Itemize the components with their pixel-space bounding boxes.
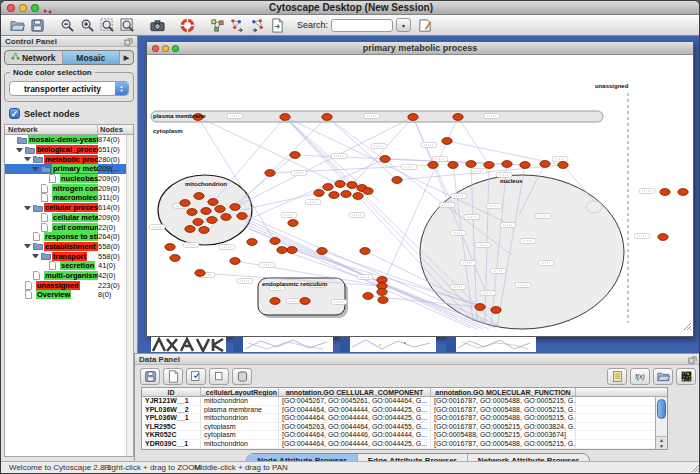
apply-vizmap-button[interactable]	[247, 16, 267, 34]
tree-row-overview[interactable]: Overview8(0)	[5, 290, 133, 300]
app-resize-grip[interactable]	[690, 463, 700, 472]
gene-node[interactable]	[335, 181, 345, 188]
search-input[interactable]	[331, 19, 393, 32]
table-row[interactable]: YDR039C__1mitochondrion[GO:0044464, GO:0…	[142, 440, 667, 449]
table-row[interactable]: YPL036W__1mitochondrion[GO:0044464, GO:0…	[142, 414, 667, 423]
gene-node[interactable]	[237, 213, 247, 220]
gene-node[interactable]	[540, 161, 550, 168]
gene-node[interactable]	[448, 162, 458, 169]
node-color-dropdown[interactable]: transporter activity ▲▼	[9, 81, 129, 96]
attr-matrix-button[interactable]	[676, 368, 696, 385]
tree-expander-icon[interactable]	[24, 157, 31, 161]
annotate-button[interactable]	[415, 16, 435, 34]
tree-scrollbar[interactable]	[126, 135, 133, 456]
gene-node[interactable]	[193, 219, 203, 226]
gene-node[interactable]	[475, 304, 485, 311]
gene-node[interactable]	[378, 297, 388, 304]
table-column-header[interactable]: annotation.GO CELLULAR_COMPONENT	[279, 388, 431, 396]
zoom-out-button[interactable]	[57, 16, 77, 34]
scrollbar-arrows[interactable]: ▲▼	[656, 436, 667, 449]
window-resize-grip[interactable]	[683, 317, 692, 335]
tree-row-transport[interactable]: transport558(0)	[5, 251, 133, 261]
tree-row-cell-communicat[interactable]: cell communicat22(0)	[5, 222, 133, 232]
gene-node[interactable]	[180, 200, 190, 207]
background-window-fragment[interactable]	[233, 337, 333, 352]
table-scrollbar[interactable]: ▲▼	[655, 397, 667, 449]
gene-node[interactable]	[280, 114, 290, 121]
gene-node[interactable]	[277, 247, 287, 254]
zoom-in-button[interactable]	[77, 16, 97, 34]
gene-node[interactable]	[287, 247, 297, 254]
gene-node[interactable]	[392, 177, 402, 184]
apply-layout-button[interactable]	[227, 16, 247, 34]
tree-row-primary-metabol[interactable]: primary metabol209(...	[5, 164, 133, 174]
gene-node[interactable]	[265, 170, 275, 177]
gene-node[interactable]	[208, 199, 218, 206]
tree-row-cellular-process[interactable]: cellular process614(0)	[5, 203, 133, 213]
gene-node[interactable]	[658, 234, 668, 241]
gene-node[interactable]	[207, 217, 217, 224]
gene-node[interactable]	[660, 189, 670, 196]
gene-node[interactable]	[230, 204, 240, 211]
tree-row-response-to-stimulu[interactable]: response to stimulu264(0)	[5, 232, 133, 242]
gene-node[interactable]	[314, 190, 324, 197]
gene-node[interactable]	[520, 162, 530, 169]
attr-unselect-button[interactable]	[209, 368, 229, 385]
scrollbar-thumb[interactable]	[657, 399, 666, 419]
gene-node[interactable]	[363, 188, 373, 195]
gene-node[interactable]	[199, 227, 209, 234]
help-button[interactable]	[177, 16, 197, 34]
open-file-button[interactable]	[7, 16, 27, 34]
float-panel-icon[interactable]	[688, 355, 697, 364]
save-session-button[interactable]	[27, 16, 47, 34]
gene-node[interactable]	[360, 248, 370, 255]
gene-node[interactable]	[201, 208, 211, 215]
gene-node[interactable]	[322, 114, 332, 121]
tab-overflow-button[interactable]: ▶	[120, 51, 133, 64]
gene-node[interactable]	[195, 270, 205, 277]
attr-save-button[interactable]	[140, 368, 160, 385]
gene-node[interactable]	[558, 162, 568, 169]
tree-row-macromolecule[interactable]: macromolecule311(0)	[5, 193, 133, 203]
gene-node[interactable]	[347, 182, 357, 189]
tree-row-mosaic-demo-yeast[interactable]: mosaic-demo-yeast874(0)	[5, 135, 133, 145]
network-window-titlebar[interactable]: primary metabolic process	[147, 42, 693, 55]
gene-node[interactable]	[194, 193, 204, 200]
gene-node[interactable]	[329, 192, 339, 199]
gene-node[interactable]	[363, 293, 373, 300]
gene-node[interactable]	[270, 238, 280, 245]
tab-network[interactable]: Network	[5, 51, 63, 64]
gene-node[interactable]	[323, 184, 333, 191]
tree-expander-icon[interactable]	[16, 148, 23, 152]
gene-node[interactable]	[484, 162, 494, 169]
gene-node[interactable]	[442, 138, 452, 145]
gene-node[interactable]	[678, 189, 688, 196]
tree-expander-icon[interactable]	[32, 254, 39, 258]
gene-node[interactable]	[230, 258, 240, 265]
zoom-fit-button[interactable]	[117, 16, 137, 34]
gene-node[interactable]	[187, 209, 197, 216]
attr-select-button[interactable]	[186, 368, 206, 385]
attr-notepad-button[interactable]	[607, 368, 627, 385]
gene-node[interactable]	[165, 244, 175, 251]
tree-row-unassigned[interactable]: unassigned223(0)	[5, 280, 133, 290]
gene-node[interactable]	[453, 114, 463, 121]
table-row[interactable]: YJR121W__1mitochondrion[GO:0045267, GO:0…	[142, 397, 667, 406]
tree-row-nitrogen-compo[interactable]: nitrogen compo209(0)	[5, 183, 133, 193]
gene-node[interactable]	[380, 156, 390, 163]
tree-row-secretion[interactable]: secretion41(0)	[5, 261, 133, 271]
tree-expander-icon[interactable]	[24, 206, 31, 210]
gene-node[interactable]	[185, 226, 195, 233]
gene-node[interactable]	[288, 220, 298, 227]
attr-delete-button[interactable]	[232, 368, 252, 385]
tree-row-cellular-metabo[interactable]: cellular metabo209(0)	[5, 213, 133, 223]
gene-node[interactable]	[247, 239, 257, 246]
gene-node[interactable]	[377, 289, 387, 296]
table-row[interactable]: YKR052Ccytoplasm[GO:0044464, GO:0044446,…	[142, 431, 667, 440]
gene-node[interactable]	[215, 206, 225, 213]
tree-expander-icon[interactable]	[32, 167, 39, 171]
zoom-selected-button[interactable]	[97, 16, 117, 34]
tree-row-establishment-of-lo[interactable]: establishment of lo558(0)	[5, 242, 133, 252]
tree-row-metabolic-process[interactable]: metabolic process280(0)	[5, 154, 133, 164]
import-table-button[interactable]	[267, 16, 287, 34]
